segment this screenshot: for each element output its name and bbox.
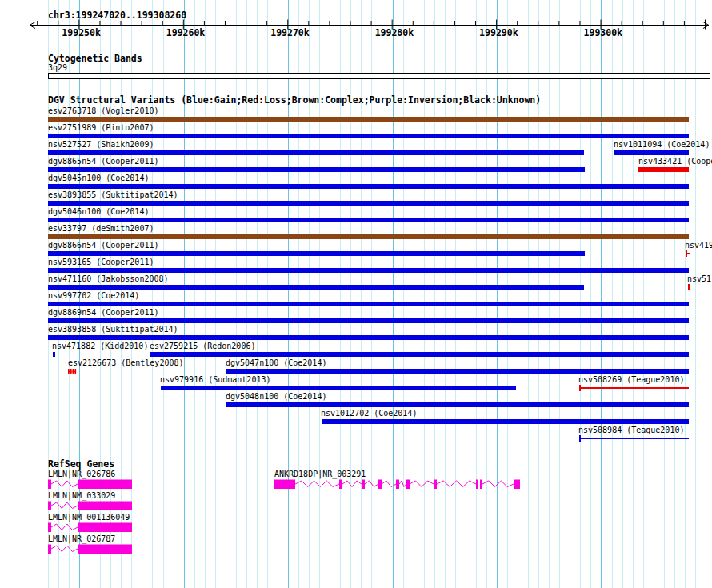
- variant-label[interactable]: nsv1012702 (Coe2014): [321, 409, 417, 418]
- gridline: [382, 0, 382, 588]
- gridline: [414, 0, 414, 588]
- gridline: [288, 0, 289, 588]
- gene-exon: [48, 523, 51, 533]
- variant-bar[interactable]: [48, 134, 689, 138]
- gene-exon: [274, 480, 295, 490]
- gridline: [174, 0, 174, 588]
- variant-bar[interactable]: [614, 150, 689, 155]
- variant-bar[interactable]: [48, 117, 689, 122]
- gridline: [685, 0, 686, 588]
- variant-label[interactable]: nsv471160 (Jakobsson2008): [48, 274, 169, 284]
- gridline: [257, 0, 258, 588]
- gene-model[interactable]: [0, 479, 712, 490]
- variant-bar[interactable]: [48, 167, 585, 172]
- gridline: [246, 0, 247, 588]
- variant-label[interactable]: dgv8865n54 (Cooper2011): [48, 157, 158, 166]
- variant-label[interactable]: dgv5048n100 (Coe2014): [226, 392, 326, 402]
- gene-label[interactable]: LMLN|NR_026787: [48, 534, 115, 544]
- gridline: [664, 0, 665, 588]
- ruler-tick-label: 199250k: [62, 28, 100, 38]
- gridline: [350, 0, 351, 588]
- variant-bar[interactable]: [53, 352, 55, 357]
- variant-bar[interactable]: [48, 302, 689, 306]
- variant-label[interactable]: esv33797 (deSmith2007): [48, 224, 154, 234]
- gene-exon: [48, 502, 51, 511]
- gene-exon: [476, 480, 478, 490]
- variant-bar[interactable]: [226, 369, 689, 374]
- variant-label[interactable]: nsv997702 (Coe2014): [48, 291, 139, 301]
- variant-line[interactable]: [579, 387, 689, 389]
- variant-label[interactable]: nsv593165 (Cooper2011): [48, 258, 154, 267]
- variant-label[interactable]: nsv508984 (Teague2010): [578, 426, 684, 435]
- variant-label[interactable]: esv3893858 (Suktitipat2014): [48, 325, 178, 334]
- variant-label[interactable]: esv2751989 (Pinto2007): [48, 123, 154, 133]
- variant-bar[interactable]: [322, 419, 689, 424]
- variant-bar[interactable]: [48, 318, 689, 323]
- variant-label[interactable]: nsv433421 (Coope: [638, 157, 712, 166]
- variant-line[interactable]: [686, 253, 690, 254]
- gridline: [590, 0, 591, 588]
- gridline: [549, 0, 550, 588]
- gridline: [278, 0, 278, 588]
- variant-label[interactable]: dgv8869n54 (Cooper2011): [48, 308, 158, 318]
- variant-label[interactable]: nsv1011094 (Coe2014): [614, 140, 710, 150]
- variant-bar[interactable]: [638, 167, 689, 172]
- gene-label[interactable]: LMLN|NM_001136049: [48, 513, 130, 522]
- gene-label[interactable]: LMLN|NR_026786: [48, 470, 115, 479]
- variant-bar[interactable]: [48, 201, 689, 206]
- gene-label[interactable]: LMLN|NM_033029: [48, 491, 115, 501]
- variant-label[interactable]: esv2126673 (Bentley2008): [68, 358, 184, 368]
- gene-exon: [339, 480, 342, 490]
- variant-label[interactable]: nsv527527 (Shaikh2009): [48, 140, 154, 150]
- ruler-tick-label: 199270k: [270, 28, 309, 38]
- variant-bar[interactable]: [48, 234, 689, 239]
- gridline: [466, 0, 466, 588]
- gridline: [486, 0, 487, 588]
- gridline: [298, 0, 299, 588]
- gridline: [236, 0, 237, 588]
- gridline: [612, 0, 613, 588]
- gene-exon: [406, 480, 410, 490]
- gene-label[interactable]: ANKRD18DP|NR_003291: [274, 470, 366, 479]
- variant-label[interactable]: nsv979916 (Sudmant2013): [160, 375, 270, 385]
- gridline: [695, 0, 696, 588]
- variant-label[interactable]: dgv5047n100 (Coe2014): [226, 358, 326, 368]
- gridline: [361, 0, 362, 588]
- variant-bar[interactable]: [161, 386, 516, 390]
- variant-label[interactable]: dgv5045n100 (Coe2014): [48, 174, 149, 183]
- variant-bar[interactable]: [48, 335, 689, 340]
- variant-label[interactable]: esv2759215 (Redon2006): [150, 342, 255, 351]
- gridline: [706, 0, 706, 588]
- gridline: [434, 0, 435, 588]
- variant-label[interactable]: dgv8866n54 (Cooper2011): [48, 241, 158, 250]
- variant-line[interactable]: [579, 438, 689, 439]
- variant-bar[interactable]: [48, 268, 689, 273]
- gridline: [528, 0, 529, 588]
- gridline: [403, 0, 404, 588]
- gene-model[interactable]: [0, 544, 712, 554]
- variant-label[interactable]: nsv508269 (Teague2010): [578, 375, 684, 385]
- variant-bar[interactable]: [48, 184, 689, 189]
- variant-bar[interactable]: [48, 251, 585, 256]
- gene-model[interactable]: [0, 501, 712, 511]
- cytoband-label: 3q29: [48, 63, 67, 73]
- variant-label[interactable]: esv2763718 (Vogler2010): [48, 106, 158, 116]
- gene-model[interactable]: [0, 522, 712, 533]
- variant-bar[interactable]: [226, 402, 689, 407]
- variant-label[interactable]: nsv471882 (Kidd2010): [52, 342, 148, 351]
- gridline: [163, 0, 164, 588]
- variant-label[interactable]: nsv51: [687, 274, 711, 284]
- variant-bar[interactable]: [48, 218, 689, 222]
- variant-line[interactable]: [688, 286, 690, 288]
- variant-label[interactable]: esv3893855 (Suktitipat2014): [48, 190, 178, 200]
- variant-bar[interactable]: [150, 352, 689, 357]
- gridline: [622, 0, 623, 588]
- variant-bar[interactable]: [48, 150, 584, 155]
- gridline: [633, 0, 634, 588]
- gridline: [184, 0, 185, 588]
- variant-label[interactable]: dgv5046n100 (Coe2014): [48, 207, 149, 217]
- cytoband-3q29-box: [48, 73, 710, 79]
- variant-label[interactable]: nsv419: [685, 241, 712, 250]
- variant-bar[interactable]: [48, 285, 584, 290]
- variant-double-tick[interactable]: [68, 369, 77, 375]
